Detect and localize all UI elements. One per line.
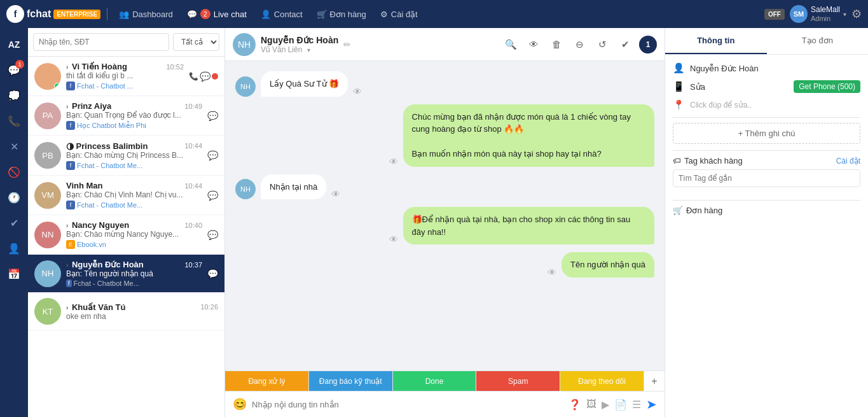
document-icon[interactable]: 📄 <box>614 399 627 411</box>
contact-icons: 💬 <box>207 190 218 201</box>
nav-dashboard[interactable]: 👥 Dashboard <box>114 7 178 22</box>
avatar: VM <box>34 182 61 209</box>
contact-time: 10:44 <box>184 142 202 150</box>
mute-action-btn[interactable]: ⊖ <box>570 36 588 53</box>
chat-user-name: Nguyễn Đức Hoàn <box>261 35 338 45</box>
user-avatar: SM <box>790 5 808 23</box>
sidebar-eye-off-icon[interactable]: 🚫 <box>3 160 25 183</box>
sidebar-clock-icon[interactable]: 🕐 <box>3 186 25 209</box>
divider <box>673 117 860 118</box>
contact-item[interactable]: PA › Prinz Aiya 10:49 Bạn: Quan Trọng Để… <box>28 96 224 136</box>
eye-icon[interactable]: 👁 <box>353 87 362 97</box>
messenger-icon: 💬 <box>207 190 218 201</box>
list-icon[interactable]: ☰ <box>632 399 641 411</box>
status-spam[interactable]: Spam <box>476 371 560 391</box>
eye-icon[interactable]: 👁 <box>548 267 556 278</box>
contact-body: › Khuất Văn Tú 10:26 oke em nha <box>66 302 218 321</box>
contact-name: › Prinz Aiya <box>66 101 111 111</box>
contact-tag: f Fchat - Chatbot Me... <box>66 201 202 209</box>
sidebar-person-icon[interactable]: 👤 <box>3 237 25 260</box>
sidebar-phone-icon[interactable]: 📞 <box>3 110 25 132</box>
contact-icons: 💬 <box>207 269 218 279</box>
contact-item[interactable]: VM Vinh Man 10:44 Bạn: Chào Chị Vinh Man… <box>28 176 224 215</box>
contact-name-row: 👤 Nguyễn Đức Hoàn <box>673 62 860 74</box>
sidebar-chat-icon[interactable]: 💭 <box>3 84 25 107</box>
status-dot <box>212 73 218 80</box>
main-layout: AZ 💬 1 💭 📞 ✕ 🚫 🕐 ✔ 👤 📅 Tất cả Online Off… <box>0 28 868 417</box>
emoji-icon[interactable]: 😊 <box>233 397 247 411</box>
contact-item[interactable]: NN › Nancy Nguyen 10:40 Bạn: Chào mừng N… <box>28 215 224 255</box>
search-input[interactable] <box>33 33 169 51</box>
send-button[interactable]: ➤ <box>646 397 657 412</box>
status-add-btn[interactable]: + <box>644 376 665 387</box>
chat-user-sub: Vũ Văn Liên ▾ <box>261 45 338 54</box>
contact-tag: f Fchat - Chatbot Me... <box>66 279 202 287</box>
delete-action-btn[interactable]: 🗑 <box>548 36 565 53</box>
get-phone-button[interactable]: Get Phone (500) <box>794 80 860 93</box>
status-dang-theo-doi[interactable]: Đang theo dõi <box>560 371 644 391</box>
done-action-btn[interactable]: ✔ <box>616 36 634 53</box>
nav-orders[interactable]: 🛒 Đơn hàng <box>312 7 371 22</box>
sidebar-check-icon[interactable]: ✔ <box>3 211 25 234</box>
nav-separator <box>107 8 107 20</box>
enterprise-badge: ENTERPRISE <box>53 10 100 19</box>
chat-input[interactable] <box>252 400 563 409</box>
tag-config-link[interactable]: Cài đặt <box>836 157 860 166</box>
eye-icon[interactable]: 👁 <box>389 234 398 244</box>
sidebar-messenger-icon[interactable]: 💬 1 <box>3 59 25 81</box>
phone-row: 📱 Sửa Get Phone (500) <box>673 80 860 93</box>
contact-item[interactable]: PB ◑ Princess Balimbin 10:44 Bạn: Chào m… <box>28 136 224 176</box>
chat-header-actions: 🔍 👁 🗑 ⊖ ↺ ✔ 1 <box>502 36 657 53</box>
filter-select[interactable]: Tất cả Online Offline <box>173 33 219 51</box>
msg-avatar: NH <box>235 76 256 97</box>
status-dang-xu-ly[interactable]: Đang xử lý <box>225 371 309 391</box>
phone-icon: 📞 <box>189 72 198 81</box>
search-action-btn[interactable]: 🔍 <box>502 36 520 53</box>
settings-circle-icon[interactable]: ⚙ <box>851 7 862 21</box>
nav-contact[interactable]: 👤 Contact <box>256 7 308 22</box>
message-bubble: Lấy Quà Sư Tử 🎁 <box>261 71 348 97</box>
nav-settings[interactable]: ⚙ Cài đặt <box>375 7 423 22</box>
right-content: 👤 Nguyễn Đức Hoàn 📱 Sửa Get Phone (500) … <box>665 55 868 417</box>
location-icon: 📍 <box>673 99 685 111</box>
top-navigation: f fchat ENTERPRISE 👥 Dashboard 💬 2 Live … <box>0 0 868 28</box>
contact-body: › Prinz Aiya 10:49 Bạn: Quan Trọng Để và… <box>66 101 202 130</box>
contact-time: 10:49 <box>184 102 202 110</box>
contact-item-active[interactable]: NH › Nguyễn Đức Hoàn 10:37 Bạn: Tên ngườ… <box>28 255 224 293</box>
contact-preview: Bạn: Tên người nhận quà <box>66 269 202 278</box>
online-indicator <box>54 83 60 89</box>
user-text: SaleMall Admin <box>811 5 840 23</box>
add-note-button[interactable]: + Thêm ghi chú <box>673 123 860 144</box>
pencil-icon[interactable]: ✏ <box>343 39 351 50</box>
tab-thong-tin[interactable]: Thông tin <box>665 28 767 54</box>
status-dang-bao-ky-thuat[interactable]: Đang báo kỹ thuật <box>309 371 393 391</box>
contact-name: › Nancy Nguyen <box>66 220 129 230</box>
video-icon[interactable]: ▶ <box>602 399 609 411</box>
chat-avatar: NH <box>233 33 256 56</box>
number-badge-btn[interactable]: 1 <box>639 36 657 53</box>
contact-name: › Vi Tiến Hoàng <box>66 62 127 71</box>
contact-item[interactable]: KT › Khuất Văn Tú 10:26 oke em nha <box>28 293 224 330</box>
help-icon[interactable]: ❓ <box>568 399 581 411</box>
tag-section: 🏷 Tag khách hàng Cài đặt <box>673 156 860 194</box>
eye-action-btn[interactable]: 👁 <box>525 36 542 53</box>
tab-tao-don[interactable]: Tạo đơn <box>767 28 869 54</box>
nav-livechat[interactable]: 💬 2 Live chat <box>182 6 252 22</box>
chat-input-bar: 😊 ❓ 🖼 ▶ 📄 ☰ ➤ <box>225 391 665 417</box>
sidebar-sort-icon[interactable]: AZ <box>3 33 25 56</box>
status-done[interactable]: Done <box>393 371 477 391</box>
tag-search-input[interactable] <box>673 169 860 187</box>
eye-icon[interactable]: 👁 <box>389 157 398 167</box>
tag-icon: 🏷 <box>673 156 681 166</box>
sidebar-cross-icon[interactable]: ✕ <box>3 135 25 158</box>
image-icon[interactable]: 🖼 <box>586 399 596 410</box>
contact-item[interactable]: › Vi Tiến Hoàng 10:52 thì tắt đi kiểu gì… <box>28 57 224 96</box>
eye-icon[interactable]: 👁 <box>331 189 340 199</box>
undo-action-btn[interactable]: ↺ <box>593 36 611 53</box>
message-row: NH Nhận tại nhà 👁 <box>235 174 654 200</box>
divider <box>673 150 860 151</box>
off-toggle[interactable]: OFF <box>764 9 785 20</box>
user-info[interactable]: SM SaleMall Admin ▾ <box>790 5 846 23</box>
contact-name: › Nguyễn Đức Hoàn <box>66 260 144 269</box>
sidebar-calendar-icon[interactable]: 📅 <box>3 262 25 285</box>
